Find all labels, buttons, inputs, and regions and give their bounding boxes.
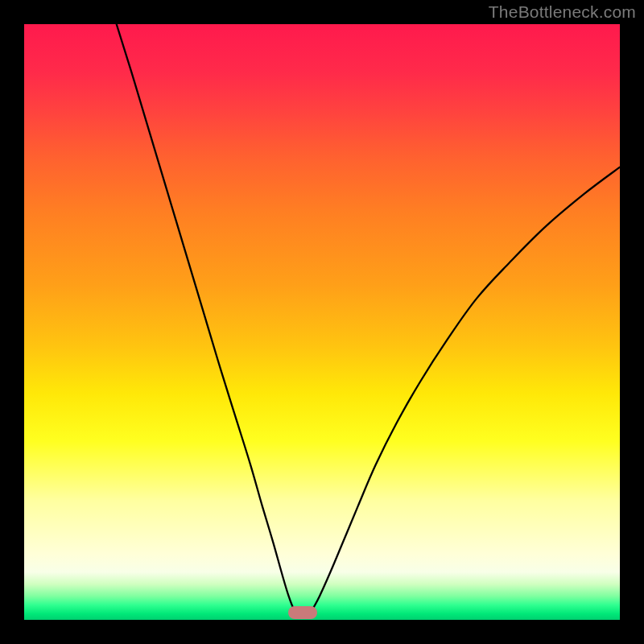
bottleneck-curve: [117, 24, 620, 618]
watermark-text: TheBottleneck.com: [489, 2, 636, 22]
curve-svg: [24, 24, 620, 620]
optimal-marker: [288, 606, 317, 619]
plot-area: [24, 24, 620, 620]
chart-frame: TheBottleneck.com: [0, 0, 644, 644]
